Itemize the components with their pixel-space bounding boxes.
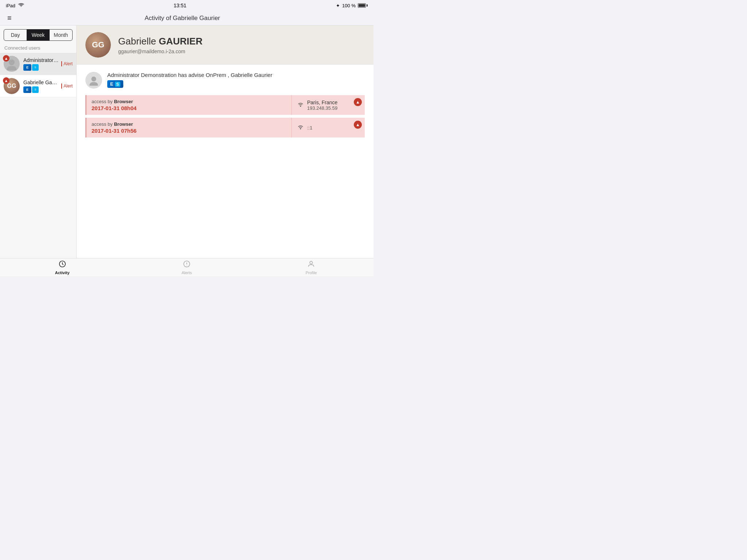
access-by-label-1: access by Browser [92,99,286,104]
alert-triangle-2: ▲ [354,121,362,129]
exchange-badge-admin: E S [23,64,39,71]
right-panel: GG Gabrielle GAURIER ggaurier@maildemo.i… [77,26,374,258]
hamburger-icon[interactable]: ≡ [3,14,16,22]
alert-label-gabrielle: Alert [61,83,73,89]
device-label: iPad [6,3,15,8]
main-layout: Day Week Month Connected users ▲ Adminis… [0,26,374,258]
access-left-1: access by Browser 2017-01-31 08h04 [86,95,292,115]
status-right: ✦ 100 % [336,3,368,8]
user-right-admin: Alert [60,61,73,66]
svg-point-1 [91,77,96,81]
profile-first-name: Gabrielle [118,36,156,47]
tab-activity[interactable]: Activity [0,260,124,275]
tab-profile[interactable]: Profile [249,260,374,275]
access-row-2: access by Browser 2017-01-31 07h56 [85,118,365,137]
access-ip-2: ::1 [307,125,312,131]
user-info-gabrielle: Gabrielle Gaurier E S [23,79,60,93]
access-right-2: ::1 [292,118,365,137]
exchange-icon-admin: E [23,64,31,71]
page-title: Activity of Gabrielle Gaurier [16,15,349,22]
user-name-admin: Administrator Demonst... [23,57,60,63]
profile-full-name: Gabrielle GAURIER [118,36,202,47]
activity-person-icon [88,75,99,86]
skype-icon-gabrielle: S [32,86,39,93]
activity-entry: Administrator Demonstration has advise O… [85,72,365,89]
tab-alerts[interactable]: Alerts [124,260,249,275]
svg-point-8 [310,261,313,264]
avatar-wrap-admin: ▲ [4,56,20,72]
avatar-wrap-gabrielle: GG ▲ [4,78,20,94]
access-location-1: Paris, France [307,100,337,105]
status-time: 13:51 [174,3,186,8]
svg-point-0 [9,59,15,65]
user-item-gabrielle[interactable]: GG ▲ Gabrielle Gaurier E S Alert [0,75,76,97]
wifi-signal-icon-2 [297,124,304,132]
wifi-signal-icon-1 [297,101,304,109]
tab-profile-label: Profile [306,271,317,275]
profile-avatar: GG [85,32,111,58]
access-row-1: access by Browser 2017-01-31 08h04 [85,95,365,115]
profile-last-name: GAURIER [159,36,202,47]
segment-day[interactable]: Day [4,30,27,40]
tab-alerts-label: Alerts [182,271,192,275]
exchange-badge-gabrielle: E S [23,86,39,93]
access-by-label-2: access by Browser [92,121,286,127]
user-info-admin: Administrator Demonst... E S [23,57,60,71]
access-right-1: Paris, France 193.248.35.59 [292,95,365,115]
segment-week[interactable]: Week [27,30,49,40]
user-right-gabrielle: Alert [60,83,73,89]
activity-message: Administrator Demonstration has advise O… [107,72,272,78]
battery-icon [358,3,368,8]
connected-label: Connected users [0,44,76,53]
user-item-admin[interactable]: ▲ Administrator Demonst... E S Alert [0,53,76,75]
status-bar: iPad 13:51 ✦ 100 % [0,0,374,11]
title-bar: ≡ Activity of Gabrielle Gaurier [0,11,374,26]
wifi-icon [18,3,24,8]
activity-avatar [85,72,102,89]
segment-month[interactable]: Month [50,30,72,40]
activity-exchange: E S [107,80,272,88]
activity-details: Administrator Demonstration has advise O… [107,72,272,88]
access-ip-1: 193.248.35.59 [307,105,337,111]
alert-badge-gabrielle: ▲ [3,77,9,84]
tab-bar: Activity Alerts Profile [0,258,374,276]
battery-percent: 100 % [342,3,356,8]
profile-header: GG Gabrielle GAURIER ggaurier@maildemo.i… [77,26,374,65]
access-location-wrap-2: ::1 [307,125,312,131]
alert-label-admin: Alert [61,61,73,66]
access-date-1: 2017-01-31 08h04 [92,105,286,111]
exchange-icon-gabrielle: E [23,86,31,93]
profile-info: Gabrielle GAURIER ggaurier@maildemo.i-2a… [118,36,202,54]
user-name-gabrielle: Gabrielle Gaurier [23,79,60,85]
skype-label: S [115,82,120,87]
access-left-2: access by Browser 2017-01-31 07h56 [86,118,292,137]
bluetooth-icon: ✦ [336,3,340,8]
access-date-2: 2017-01-31 07h56 [92,128,286,134]
segment-control: Day Week Month [4,29,73,41]
activity-content: Administrator Demonstration has advise O… [77,65,374,148]
access-location-wrap-1: Paris, France 193.248.35.59 [307,100,337,111]
alert-badge-admin: ▲ [3,55,9,62]
clock-icon [58,260,66,270]
person-icon [307,260,315,270]
tab-activity-label: Activity [55,271,70,275]
svg-point-3 [300,128,301,129]
exchange-label: E [110,81,113,87]
profile-email: ggaurier@maildemo.i-2a.com [118,48,202,54]
status-left: iPad [6,3,24,8]
access-rows: access by Browser 2017-01-31 08h04 [85,95,365,137]
skype-icon-admin: S [32,64,39,71]
sidebar: Day Week Month Connected users ▲ Adminis… [0,26,77,258]
alert-triangle-1: ▲ [354,98,362,106]
alert-icon [183,260,191,270]
svg-point-2 [300,105,301,106]
